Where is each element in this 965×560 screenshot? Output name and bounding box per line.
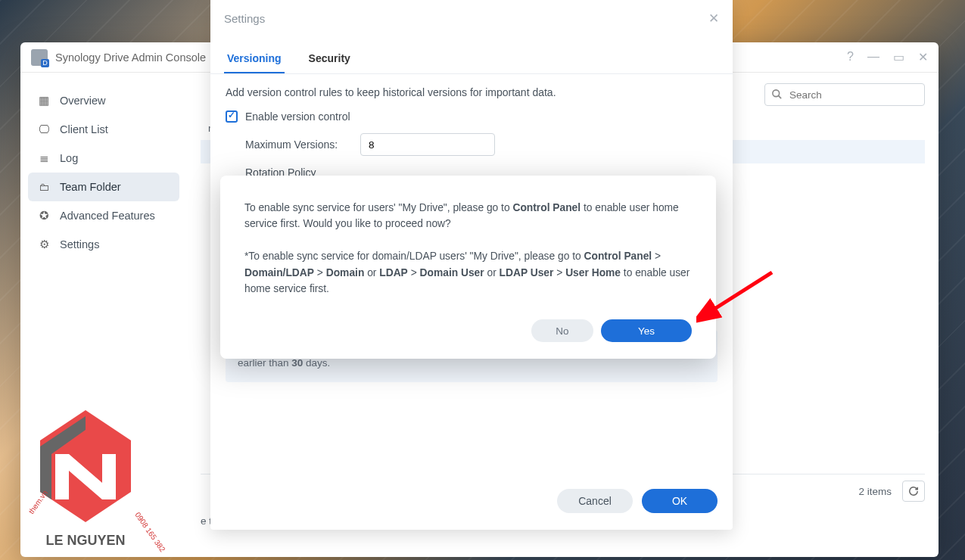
help-icon[interactable]: ?	[847, 50, 854, 64]
max-versions-label: Maximum Versions:	[245, 138, 344, 151]
gear-icon: ⚙	[37, 238, 51, 251]
confirm-paragraph-1: To enable sync service for users' "My Dr…	[244, 200, 692, 232]
folder-icon: 🗀	[37, 180, 51, 194]
sidebar-item-log[interactable]: ≣ Log	[28, 144, 179, 173]
monitor-icon: 🖵	[37, 123, 51, 136]
enable-version-checkbox[interactable]	[226, 110, 238, 123]
sidebar-item-label: Advanced Features	[60, 210, 155, 222]
svg-point-0	[773, 90, 780, 97]
sidebar-item-label: Log	[60, 152, 78, 164]
settings-intro: Add version control rules to keep histor…	[226, 86, 718, 98]
sidebar-item-label: Team Folder	[60, 181, 121, 193]
sidebar-item-client-list[interactable]: 🖵 Client List	[28, 115, 179, 144]
app-title: Synology Drive Admin Console	[55, 51, 206, 64]
sidebar-item-label: Overview	[60, 95, 105, 107]
sidebar-item-settings[interactable]: ⚙ Settings	[28, 230, 179, 259]
app-icon	[31, 49, 48, 66]
item-count: 2 items	[858, 486, 892, 497]
enable-version-label: Enable version control	[245, 110, 350, 123]
max-versions-input[interactable]	[360, 133, 495, 156]
tab-security[interactable]: Security	[306, 45, 353, 73]
ok-button[interactable]: OK	[642, 489, 718, 513]
maximize-icon[interactable]: ▭	[893, 50, 904, 64]
search-icon	[771, 89, 783, 103]
tab-versioning[interactable]: Versioning	[224, 45, 285, 73]
confirm-paragraph-2: *To enable sync service for domain/LDAP …	[244, 248, 692, 297]
search-input[interactable]	[764, 83, 925, 106]
cancel-button[interactable]: Cancel	[557, 489, 633, 513]
sidebar-item-overview[interactable]: ▦ Overview	[28, 86, 179, 115]
settings-title: Settings	[224, 12, 265, 25]
refresh-button[interactable]	[902, 481, 925, 502]
sidebar-item-advanced-features[interactable]: ✪ Advanced Features	[28, 201, 179, 230]
star-icon: ✪	[37, 209, 51, 222]
dashboard-icon: ▦	[37, 94, 51, 107]
confirm-dialog: To enable sync service for users' "My Dr…	[220, 176, 716, 359]
list-icon: ≣	[37, 151, 51, 165]
sidebar-item-label: Settings	[60, 238, 99, 250]
sidebar: ▦ Overview 🖵 Client List ≣ Log 🗀 Team Fo…	[20, 73, 187, 557]
sidebar-item-team-folder[interactable]: 🗀 Team Folder	[28, 173, 179, 201]
close-icon[interactable]: ✕	[708, 11, 719, 26]
sidebar-item-label: Client List	[60, 123, 108, 135]
svg-line-1	[778, 95, 781, 98]
no-button[interactable]: No	[531, 319, 593, 342]
close-icon[interactable]: ✕	[918, 50, 928, 64]
minimize-icon[interactable]: —	[867, 50, 879, 64]
yes-button[interactable]: Yes	[601, 319, 692, 342]
